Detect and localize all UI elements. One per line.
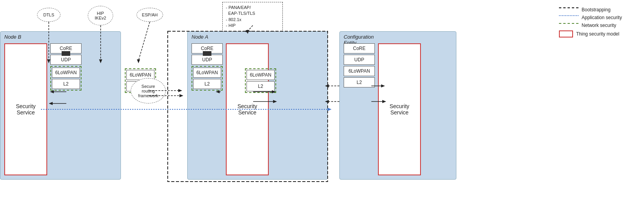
node-b: Node B SecurityService CoRE UDP 6LoWPAN …: [0, 31, 121, 180]
l2-b: L2: [52, 79, 80, 89]
core-a: CoRE: [192, 43, 223, 53]
stack-a: CoRE UDP 6LoWPAN L2: [192, 43, 223, 175]
network-security-line: [559, 23, 578, 28]
green-group-b: 6LoWPAN L2: [50, 66, 82, 91]
secure-routing-label: Secure routing framework: [131, 78, 166, 103]
core-b: CoRE: [50, 43, 82, 53]
udp-a: UDP: [192, 55, 223, 65]
l2-router-right: L2: [247, 81, 275, 91]
thing-model-label: Thing security model: [576, 31, 619, 37]
lowpan-b: 6LoWPAN: [52, 68, 80, 78]
legend-app-security: Application security: [559, 15, 635, 20]
node-b-label: Node B: [4, 34, 21, 40]
svg-marker-13: [137, 59, 140, 63]
lowpan-a: 6LoWPAN: [193, 68, 221, 78]
pana-box: - PANA/EAP/ EAP-TLS/TLS- 802.1x- HIP: [222, 2, 283, 32]
app-security-label: Application security: [582, 15, 622, 20]
svg-marker-20: [179, 94, 183, 97]
bootstrapping-label: Bootstrapping: [582, 7, 610, 12]
dark-bar-a: [203, 51, 211, 56]
router-right: 6LoWPAN L2: [245, 68, 276, 93]
lowpan-config: 6LoWPAN: [344, 66, 375, 76]
security-service-a: SecurityService: [226, 43, 269, 175]
dtls-label: DTLS: [37, 8, 60, 22]
config-entity: ConfigurationEntity CoRE UDP 6LoWPAN L2 …: [339, 31, 456, 180]
lowpan-router-right: 6LoWPAN: [247, 70, 275, 80]
diagram-area: Node B SecurityService CoRE UDP 6LoWPAN …: [0, 0, 468, 197]
legend-network-security: Network security: [559, 23, 635, 28]
bootstrapping-line: [559, 7, 578, 12]
legend: Bootstrapping Application security Netwo…: [554, 4, 640, 43]
l2-config: L2: [344, 77, 375, 87]
core-config: CoRE: [344, 43, 375, 53]
app-security-line: [559, 15, 578, 20]
node-a: Node A CoRE UDP 6LoWPAN L2 SecurityServi…: [187, 31, 328, 180]
dark-bar-b: [62, 51, 70, 56]
thing-model-rect: [559, 30, 573, 37]
legend-thing-model: Thing security model: [559, 30, 635, 37]
udp-config: UDP: [344, 55, 375, 65]
svg-marker-18: [178, 89, 182, 92]
green-group-a: 6LoWPAN L2: [192, 66, 223, 91]
svg-line-12: [138, 22, 150, 61]
l2-a: L2: [193, 79, 221, 89]
green-group-router-right: 6LoWPAN L2: [245, 68, 276, 93]
udp-b: UDP: [50, 55, 82, 65]
network-security-label: Network security: [582, 23, 616, 28]
stack-b: CoRE UDP 6LoWPAN L2: [50, 43, 82, 175]
hip-ikev2-label: HIP IKEv2: [88, 6, 113, 25]
node-a-label: Node A: [192, 34, 208, 40]
security-service-config: SecurityService: [378, 43, 421, 175]
legend-bootstrapping: Bootstrapping: [559, 7, 635, 12]
esp-ah-label: ESP/AH: [137, 8, 163, 22]
svg-marker-3: [328, 108, 332, 111]
security-service-b: SecurityService: [4, 43, 47, 175]
stack-config: CoRE UDP 6LoWPAN L2: [344, 43, 375, 175]
